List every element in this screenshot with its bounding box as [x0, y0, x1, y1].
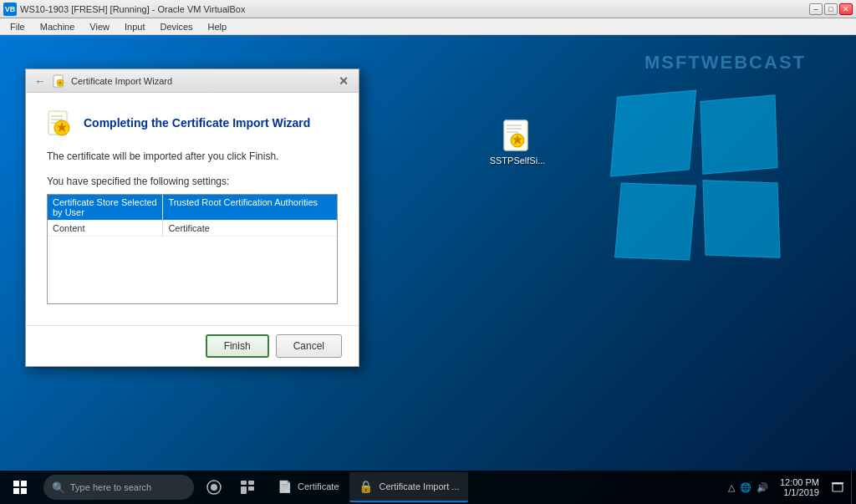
svg-rect-19: [21, 488, 27, 494]
win-pane-br: [702, 180, 780, 257]
title-bar: VB WS10-1903 [FRESH] [Running] - Oracle …: [0, 0, 856, 18]
svg-rect-16: [13, 481, 19, 486]
task-view-button[interactable]: [231, 471, 264, 504]
settings-cell-value-2: Certificate: [163, 221, 337, 236]
search-icon: 🔍: [52, 481, 65, 494]
start-button[interactable]: [0, 471, 40, 504]
clock-date: 1/1/2019: [780, 487, 819, 497]
svg-rect-24: [241, 486, 247, 494]
desktop-icon-sstp[interactable]: SSTPSelfSi...: [488, 119, 547, 165]
menu-view[interactable]: View: [83, 20, 116, 33]
show-desktop-button[interactable]: [851, 471, 856, 504]
cortana-button[interactable]: [197, 471, 231, 504]
settings-cell-value-1: Trusted Root Certification Authorities: [163, 195, 337, 220]
wizard-title: Completing the Certificate Import Wizard: [84, 116, 310, 130]
wizard-header: Completing the Certificate Import Wizard: [47, 109, 338, 136]
wizard-icon: [47, 109, 74, 136]
wizard-settings-label: You have specified the following setting…: [47, 176, 338, 187]
minimize-button[interactable]: –: [809, 3, 823, 15]
taskbar-app-icon-import: 🔒: [358, 478, 374, 495]
watermark-text: MSFTWEBCAST: [645, 52, 806, 74]
search-placeholder: Type here to search: [70, 482, 151, 492]
virtualbox-icon: VB: [3, 3, 17, 16]
svg-rect-23: [248, 481, 254, 485]
win-pane-tr: [700, 94, 777, 175]
search-box[interactable]: 🔍 Type here to search: [43, 475, 194, 500]
dialog-icon: [53, 74, 66, 88]
notification-center-button[interactable]: [824, 471, 851, 504]
win-pane-bl: [614, 183, 696, 261]
taskbar-app-icon-certificate: 📄: [276, 478, 293, 495]
settings-table: Certificate Store Selected by User Trust…: [47, 194, 338, 304]
menu-file[interactable]: File: [3, 20, 32, 33]
virtualbox-window: VB WS10-1903 [FRESH] [Running] - Oracle …: [0, 0, 856, 504]
svg-rect-4: [507, 131, 518, 133]
dialog-back-button[interactable]: ←: [33, 74, 48, 89]
dialog-footer: Finish Cancel: [26, 325, 359, 366]
menu-bar: File Machine View Input Devices Help: [0, 18, 856, 35]
menu-input[interactable]: Input: [118, 20, 151, 33]
svg-rect-17: [21, 481, 27, 486]
system-tray[interactable]: △ 🌐 🔊: [721, 482, 775, 493]
svg-rect-22: [241, 481, 247, 485]
close-button[interactable]: ✕: [839, 3, 853, 15]
dialog-close-button[interactable]: ✕: [335, 73, 352, 89]
taskbar-apps: 📄 Certificate 🔒 Certificate Import ...: [264, 471, 721, 504]
svg-rect-11: [51, 115, 63, 117]
title-controls: – □ ✕: [809, 3, 853, 15]
svg-rect-26: [833, 484, 843, 491]
dialog-titlebar: ← Certificate Import Wizard ✕: [26, 69, 359, 93]
dialog-title-left: ← Certificate Import Wizard: [33, 74, 172, 89]
svg-rect-18: [13, 488, 19, 494]
taskbar-app-import-wizard[interactable]: 🔒 Certificate Import ...: [349, 472, 468, 502]
settings-empty-area: [48, 237, 337, 303]
desktop: MSFTWEBCAST: [0, 35, 856, 504]
menu-machine[interactable]: Machine: [33, 20, 82, 33]
volume-icon: 🔊: [757, 482, 768, 493]
win-pane-tl: [610, 89, 696, 176]
menu-devices[interactable]: Devices: [153, 20, 199, 33]
certificate-import-dialog: ← Certificate Import Wizard ✕: [25, 69, 359, 367]
svg-rect-2: [507, 125, 522, 126]
window-title: WS10-1903 [FRESH] [Running] - Oracle VM …: [20, 4, 245, 14]
svg-rect-25: [248, 486, 254, 491]
taskbar-app-certificate[interactable]: 📄 Certificate: [268, 472, 348, 502]
windows-logo: [614, 94, 789, 269]
taskbar-app-label-certificate: Certificate: [298, 481, 339, 491]
svg-point-21: [211, 484, 217, 491]
svg-rect-27: [832, 482, 843, 484]
wizard-description: The certificate will be imported after y…: [47, 150, 338, 164]
settings-row-content: Content Certificate: [48, 221, 337, 237]
svg-rect-3: [507, 128, 522, 130]
dialog-title-text: Certificate Import Wizard: [71, 76, 172, 86]
taskbar-app-label-import: Certificate Import ...: [380, 481, 460, 491]
desktop-icon-image: [501, 119, 534, 152]
dialog-content: Completing the Certificate Import Wizard…: [26, 93, 359, 325]
settings-row-store: Certificate Store Selected by User Trust…: [48, 195, 337, 221]
title-bar-left: VB WS10-1903 [FRESH] [Running] - Oracle …: [3, 3, 245, 16]
finish-button[interactable]: Finish: [206, 334, 269, 358]
cancel-button[interactable]: Cancel: [276, 334, 342, 358]
settings-cell-key-1: Certificate Store Selected by User: [48, 195, 163, 220]
taskbar: 🔍 Type here to search: [0, 471, 856, 504]
clock[interactable]: 12:00 PM 1/1/2019: [775, 477, 824, 497]
settings-cell-key-2: Content: [48, 221, 163, 236]
restore-button[interactable]: □: [824, 3, 838, 15]
tray-expand[interactable]: △: [728, 482, 735, 493]
menu-help[interactable]: Help: [201, 20, 234, 33]
network-icon: 🌐: [740, 482, 752, 493]
desktop-icon-label: SSTPSelfSi...: [490, 155, 546, 165]
clock-time: 12:00 PM: [780, 477, 819, 487]
